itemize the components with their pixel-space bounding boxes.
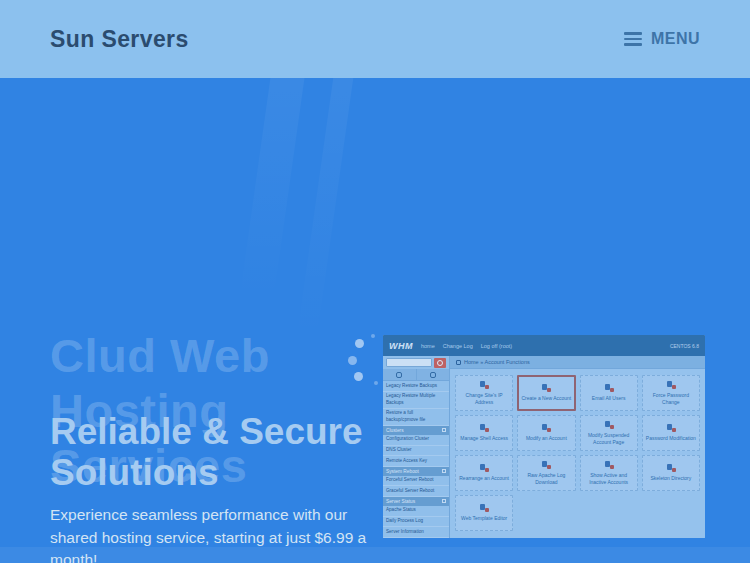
whm-topbar: WHM homeChange LogLog off (root) CENTOS … xyxy=(383,335,705,356)
whm-sidebar-item: Legacy Restore Backups xyxy=(383,381,449,392)
shell-icon xyxy=(479,424,489,432)
menu-label: MENU xyxy=(651,30,700,48)
whm-body: Legacy Restore BackupsLegacy Restore Mul… xyxy=(383,356,705,538)
whm-section-label: Clusters xyxy=(386,427,404,434)
whm-search-bar xyxy=(383,356,449,369)
whm-sidebar-tabs xyxy=(383,369,449,381)
whm-sidebar-section-header: System Reboot xyxy=(383,467,449,476)
whm-nav-link: home xyxy=(421,343,435,349)
background-streak xyxy=(297,78,354,338)
whm-sidebar-item: DNS Cluster xyxy=(383,446,449,457)
whm-sidebar-section-header: Clusters xyxy=(383,426,449,435)
whm-sidebar-item: Configuration Cluster xyxy=(383,435,449,446)
whm-tile-label: Rearrange an Account xyxy=(459,475,509,482)
whm-tile: Show Active and Inactive Accounts xyxy=(580,455,638,491)
whm-tile-label: Skeleton Directory xyxy=(650,475,691,482)
whm-tile-label: Modify Suspended Account Page xyxy=(583,432,635,445)
whm-tile-label: Show Active and Inactive Accounts xyxy=(583,472,635,485)
whm-tile: Rearrange an Account xyxy=(455,455,513,491)
whm-tile-label: Web Template Editor xyxy=(461,515,507,522)
whm-tile-grid: Change Site's IP AddressCreate a New Acc… xyxy=(450,369,705,538)
globe-download-icon xyxy=(541,461,551,469)
whm-sidebar-item: Legacy Restore Multiple Backups xyxy=(383,392,449,409)
whm-section-label: Server Status xyxy=(386,498,415,505)
whm-main: Home » Account Functions Change Site's I… xyxy=(450,356,705,538)
hero-slider: Clud Web Hosting Services Reliable & Sec… xyxy=(0,78,750,563)
users-status-icon xyxy=(604,461,614,469)
whm-section-label: System Reboot xyxy=(386,468,419,475)
whm-tile-label: Raw Apache Log Download xyxy=(520,472,572,485)
whm-sidebar-section-header: Server Status xyxy=(383,497,449,506)
section-toggle-icon xyxy=(442,499,446,503)
users-mail-icon xyxy=(604,384,614,392)
whm-tile: Modify an Account xyxy=(517,415,575,451)
whm-os-label: CENTOS 6.8 xyxy=(670,343,699,349)
whm-tile: Create a New Account xyxy=(517,375,575,411)
section-toggle-icon xyxy=(442,469,446,473)
whm-tile-label: Create a New Account xyxy=(522,395,572,402)
whm-sidebar-item: Daily Process Log xyxy=(383,517,449,528)
whm-nav-link: Change Log xyxy=(443,343,473,349)
hero-description: Experience seamless performance with our… xyxy=(50,504,368,563)
whm-logo: WHM xyxy=(389,341,413,351)
section-toggle-icon xyxy=(442,428,446,432)
whm-tile: Manage Shell Access xyxy=(455,415,513,451)
whm-sidebar-list: Legacy Restore BackupsLegacy Restore Mul… xyxy=(383,381,449,538)
whm-tile-label: Modify an Account xyxy=(526,435,567,442)
gear-icon xyxy=(416,369,450,380)
whm-sidebar-item: Restore a full backup/cpmove file xyxy=(383,409,449,426)
home-icon xyxy=(383,369,416,380)
carousel-dot[interactable] xyxy=(355,339,364,348)
whm-tile-label: Email All Users xyxy=(592,395,626,402)
home-icon xyxy=(456,360,461,365)
user-plus-icon xyxy=(541,384,551,392)
whm-tile-label: Password Modification xyxy=(646,435,696,442)
whm-sidebar-item: Graceful Server Reboot xyxy=(383,486,449,497)
whm-sidebar-item: Forceful Server Reboot xyxy=(383,476,449,487)
site-logo[interactable]: Sun Servers xyxy=(50,26,189,53)
whm-tile: Force Password Change xyxy=(642,375,700,411)
whm-sidebar-item: Apache Status xyxy=(383,506,449,517)
carousel-dot[interactable] xyxy=(354,372,363,381)
search-icon xyxy=(434,358,446,368)
globe-ip-icon xyxy=(479,381,489,389)
whm-sidebar-item: Server Information xyxy=(383,527,449,538)
whm-search-input xyxy=(386,358,432,367)
whm-tile: Email All Users xyxy=(580,375,638,411)
hamburger-icon xyxy=(624,32,642,46)
whm-sidebar: Legacy Restore BackupsLegacy Restore Mul… xyxy=(383,356,450,538)
site-header: Sun Servers MENU xyxy=(0,0,750,78)
user-edit-icon xyxy=(541,424,551,432)
whm-topnav: homeChange LogLog off (root) xyxy=(421,343,512,349)
page-edit-icon xyxy=(604,421,614,429)
whm-breadcrumb-text: Home » Account Functions xyxy=(464,359,530,365)
background-particle xyxy=(371,334,375,338)
carousel-dot[interactable] xyxy=(348,356,357,365)
whm-tile-label: Change Site's IP Address xyxy=(458,392,510,405)
background-streak xyxy=(240,78,305,298)
whm-tile-label: Manage Shell Access xyxy=(460,435,508,442)
menu-button[interactable]: MENU xyxy=(624,30,700,48)
whm-breadcrumb: Home » Account Functions xyxy=(450,356,705,369)
whm-sidebar-item: Remote Access Key xyxy=(383,456,449,467)
document-edit-icon xyxy=(479,504,489,512)
whm-screenshot: WHM homeChange LogLog off (root) CENTOS … xyxy=(383,335,705,538)
key-user-icon xyxy=(666,424,676,432)
whm-nav-link: Log off (root) xyxy=(481,343,512,349)
whm-tile: Web Template Editor xyxy=(455,495,513,531)
hero-headline: Reliable & Secure Solutions xyxy=(50,411,380,493)
whm-tile-label: Force Password Change xyxy=(645,392,697,405)
folder-lock-icon xyxy=(666,464,676,472)
whm-tile: Change Site's IP Address xyxy=(455,375,513,411)
user-key-icon xyxy=(666,381,676,389)
whm-tile: Modify Suspended Account Page xyxy=(580,415,638,451)
background-particle xyxy=(374,381,378,385)
whm-tile: Skeleton Directory xyxy=(642,455,700,491)
whm-tile: Raw Apache Log Download xyxy=(517,455,575,491)
whm-tile: Password Modification xyxy=(642,415,700,451)
user-move-icon xyxy=(479,464,489,472)
